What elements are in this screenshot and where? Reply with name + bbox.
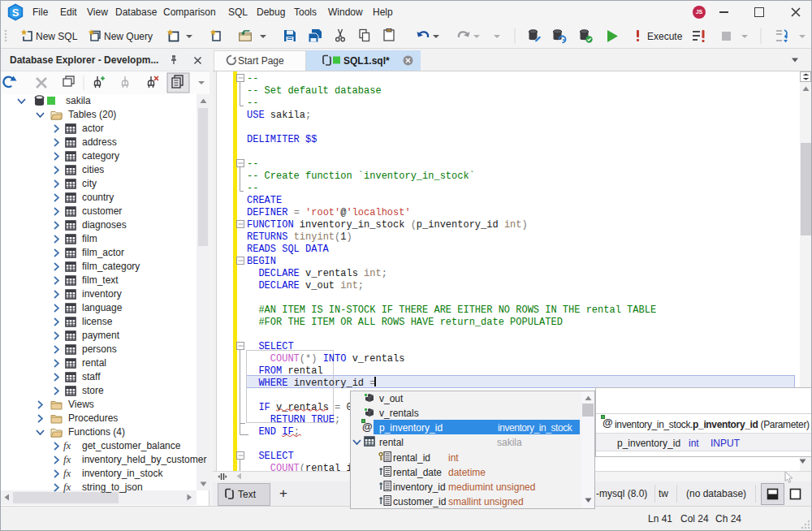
svg-text:S: S [12, 6, 19, 19]
